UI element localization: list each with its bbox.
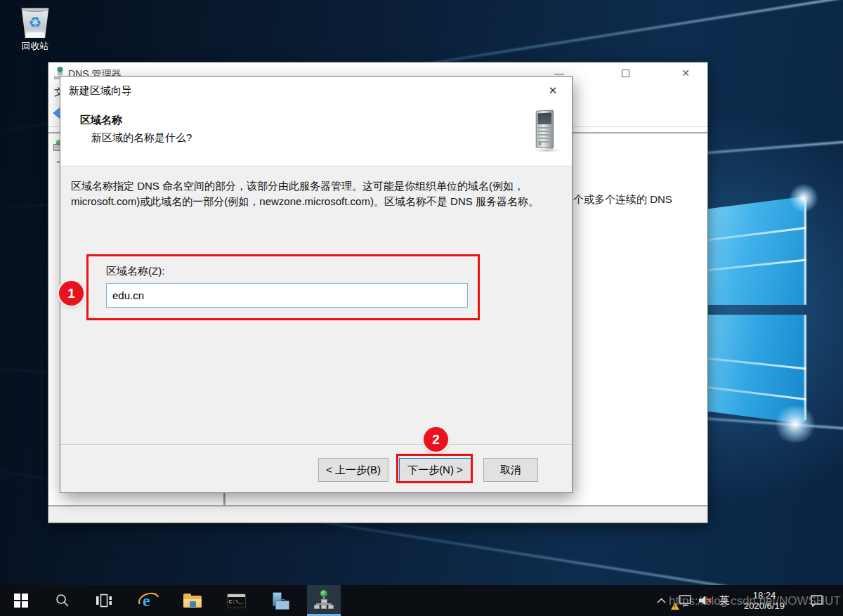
- dns-statusbar: [48, 506, 707, 523]
- wizard-header: 区域名称 新区域的名称是什么?: [60, 105, 572, 166]
- command-prompt-icon: C:\_: [227, 594, 246, 608]
- server-tower-icon: [531, 109, 563, 152]
- file-explorer-button[interactable]: [176, 585, 209, 616]
- server-manager-button[interactable]: [263, 585, 296, 616]
- dns-manager-taskbar-button[interactable]: [307, 585, 341, 616]
- start-button[interactable]: [4, 585, 38, 616]
- server-manager-icon: [270, 592, 289, 610]
- search-button[interactable]: [46, 585, 79, 616]
- clock[interactable]: 18:24 2020/6/19: [736, 585, 792, 616]
- wizard-title: 新建区域向导: [69, 84, 132, 98]
- annotation-rect-zone-name: [86, 254, 480, 320]
- button-row-separator: [60, 444, 572, 445]
- maximize-icon: [622, 70, 629, 77]
- wizard-titlebar[interactable]: 新建区域向导 ✕: [60, 77, 572, 105]
- search-icon: [55, 593, 70, 608]
- task-view-button[interactable]: [87, 585, 121, 616]
- clock-time: 18:24: [753, 590, 776, 601]
- chevron-up-icon: [657, 598, 666, 603]
- recycle-bin-shortcut[interactable]: ♻ 回收站: [15, 6, 55, 53]
- action-center-button[interactable]: [804, 585, 829, 616]
- language-indicator[interactable]: 英: [714, 585, 735, 616]
- recycle-glyph: ♻: [20, 14, 51, 31]
- recycle-bin-icon: ♻: [20, 6, 51, 38]
- dns-manager-icon: [314, 590, 334, 609]
- annotation-rect-next-button: [396, 454, 473, 483]
- folder-icon: [183, 594, 202, 608]
- annotation-step1-badge: 1: [59, 281, 84, 306]
- pane-splitter[interactable]: [223, 492, 226, 506]
- volume-button[interactable]: [695, 585, 715, 616]
- volume-muted-icon: [698, 594, 713, 607]
- wizard-subheading: 新区域的名称是什么?: [91, 131, 192, 145]
- action-center-icon: [810, 594, 823, 607]
- recycle-bin-label: 回收站: [15, 40, 55, 53]
- close-button[interactable]: ✕: [669, 63, 702, 84]
- wizard-close-button[interactable]: ✕: [537, 77, 569, 105]
- clock-date: 2020/6/19: [744, 601, 785, 611]
- wizard-description: 区域名称指定 DNS 命名空间的部分，该部分由此服务器管理。这可能是你组织单位的…: [71, 178, 554, 209]
- windows-logo-icon: [14, 594, 28, 608]
- taskbar: e C:\_: [0, 585, 843, 616]
- network-status-button[interactable]: [673, 585, 695, 616]
- corner-flare: [773, 406, 818, 443]
- network-warning-icon: [671, 603, 679, 610]
- dns-background-text: 个或多个连续的 DNS: [573, 193, 672, 207]
- internet-explorer-icon: e: [138, 591, 159, 610]
- task-view-icon: [96, 594, 112, 608]
- back-button[interactable]: < 上一步(B): [318, 458, 388, 482]
- cancel-button[interactable]: 取消: [483, 458, 538, 482]
- maximize-button[interactable]: [609, 63, 641, 84]
- internet-explorer-button[interactable]: e: [132, 585, 166, 616]
- command-prompt-button[interactable]: C:\_: [219, 585, 253, 616]
- annotation-step2-badge: 2: [424, 427, 448, 452]
- wizard-heading: 区域名称: [80, 114, 122, 127]
- corner-flare: [788, 184, 819, 212]
- tray-chevron-button[interactable]: [652, 585, 670, 616]
